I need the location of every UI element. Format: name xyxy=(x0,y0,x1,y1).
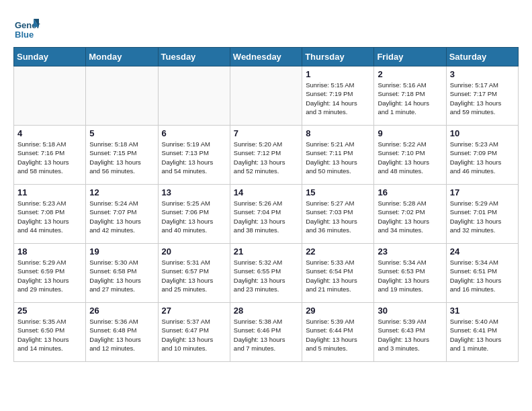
calendar-week-row: 11Sunrise: 5:23 AM Sunset: 7:08 PM Dayli… xyxy=(14,185,519,244)
calendar-day-cell: 22Sunrise: 5:33 AM Sunset: 6:54 PM Dayli… xyxy=(302,244,374,303)
calendar-week-row: 25Sunrise: 5:35 AM Sunset: 6:50 PM Dayli… xyxy=(14,303,519,362)
calendar-day-cell: 30Sunrise: 5:39 AM Sunset: 6:43 PM Dayli… xyxy=(374,303,446,362)
calendar-week-row: 1Sunrise: 5:15 AM Sunset: 7:19 PM Daylig… xyxy=(14,66,519,126)
day-number: 4 xyxy=(17,128,82,138)
weekday-header-cell: Thursday xyxy=(302,48,374,66)
day-number: 8 xyxy=(306,128,370,138)
day-number: 1 xyxy=(306,69,370,79)
day-info: Sunrise: 5:15 AM Sunset: 7:19 PM Dayligh… xyxy=(306,81,370,116)
calendar-day-cell: 14Sunrise: 5:26 AM Sunset: 7:04 PM Dayli… xyxy=(230,185,302,244)
day-number: 3 xyxy=(450,69,515,79)
day-number: 31 xyxy=(450,306,515,316)
day-info: Sunrise: 5:36 AM Sunset: 6:48 PM Dayligh… xyxy=(89,317,154,353)
day-info: Sunrise: 5:37 AM Sunset: 6:47 PM Dayligh… xyxy=(162,317,226,353)
calendar-day-cell: 20Sunrise: 5:31 AM Sunset: 6:57 PM Dayli… xyxy=(158,244,230,303)
day-number: 5 xyxy=(89,128,154,138)
calendar-table: SundayMondayTuesdayWednesdayThursdayFrid… xyxy=(13,47,519,362)
day-number: 19 xyxy=(89,246,154,257)
calendar-day-cell: 26Sunrise: 5:36 AM Sunset: 6:48 PM Dayli… xyxy=(86,303,158,362)
calendar-day-cell: 31Sunrise: 5:40 AM Sunset: 6:41 PM Dayli… xyxy=(446,303,518,362)
calendar-day-cell: 19Sunrise: 5:30 AM Sunset: 6:58 PM Dayli… xyxy=(86,244,158,303)
logo: General Blue xyxy=(13,13,40,40)
day-info: Sunrise: 5:29 AM Sunset: 6:59 PM Dayligh… xyxy=(17,258,82,293)
calendar-day-cell: 21Sunrise: 5:32 AM Sunset: 6:55 PM Dayli… xyxy=(230,244,302,303)
calendar-day-cell: 25Sunrise: 5:35 AM Sunset: 6:50 PM Dayli… xyxy=(14,303,86,362)
day-number: 15 xyxy=(306,187,370,197)
calendar-week-row: 4Sunrise: 5:18 AM Sunset: 7:16 PM Daylig… xyxy=(14,126,519,185)
weekday-header-row: SundayMondayTuesdayWednesdayThursdayFrid… xyxy=(14,48,519,66)
day-number: 2 xyxy=(378,69,442,79)
calendar-day-cell: 28Sunrise: 5:38 AM Sunset: 6:46 PM Dayli… xyxy=(230,303,302,362)
calendar-day-cell xyxy=(86,66,158,126)
day-info: Sunrise: 5:39 AM Sunset: 6:43 PM Dayligh… xyxy=(378,317,442,353)
weekday-header-cell: Saturday xyxy=(446,48,518,66)
calendar-day-cell: 10Sunrise: 5:23 AM Sunset: 7:09 PM Dayli… xyxy=(446,126,518,185)
weekday-header-cell: Friday xyxy=(374,48,446,66)
day-number: 20 xyxy=(162,246,226,257)
weekday-header-cell: Tuesday xyxy=(158,48,230,66)
day-info: Sunrise: 5:40 AM Sunset: 6:41 PM Dayligh… xyxy=(450,317,515,353)
calendar-day-cell: 8Sunrise: 5:21 AM Sunset: 7:11 PM Daylig… xyxy=(302,126,374,185)
page-header: General Blue xyxy=(13,13,519,40)
calendar-day-cell: 1Sunrise: 5:15 AM Sunset: 7:19 PM Daylig… xyxy=(302,66,374,126)
calendar-day-cell xyxy=(158,66,230,126)
calendar-day-cell: 29Sunrise: 5:39 AM Sunset: 6:44 PM Dayli… xyxy=(302,303,374,362)
day-info: Sunrise: 5:38 AM Sunset: 6:46 PM Dayligh… xyxy=(234,317,298,353)
day-info: Sunrise: 5:39 AM Sunset: 6:44 PM Dayligh… xyxy=(306,317,370,353)
day-info: Sunrise: 5:18 AM Sunset: 7:16 PM Dayligh… xyxy=(17,140,82,175)
weekday-header-cell: Monday xyxy=(86,48,158,66)
day-number: 29 xyxy=(306,306,370,316)
day-number: 28 xyxy=(234,306,298,316)
calendar-day-cell: 3Sunrise: 5:17 AM Sunset: 7:17 PM Daylig… xyxy=(446,66,518,126)
day-info: Sunrise: 5:19 AM Sunset: 7:13 PM Dayligh… xyxy=(162,140,226,175)
day-info: Sunrise: 5:28 AM Sunset: 7:02 PM Dayligh… xyxy=(378,199,442,234)
day-info: Sunrise: 5:29 AM Sunset: 7:01 PM Dayligh… xyxy=(450,199,515,234)
day-info: Sunrise: 5:24 AM Sunset: 7:07 PM Dayligh… xyxy=(89,199,154,234)
calendar-day-cell: 2Sunrise: 5:16 AM Sunset: 7:18 PM Daylig… xyxy=(374,66,446,126)
day-number: 22 xyxy=(306,246,370,257)
day-number: 13 xyxy=(162,187,226,197)
calendar-body: 1Sunrise: 5:15 AM Sunset: 7:19 PM Daylig… xyxy=(14,66,519,362)
day-info: Sunrise: 5:26 AM Sunset: 7:04 PM Dayligh… xyxy=(234,199,298,234)
svg-text:Blue: Blue xyxy=(15,30,34,40)
calendar-day-cell: 12Sunrise: 5:24 AM Sunset: 7:07 PM Dayli… xyxy=(86,185,158,244)
day-number: 26 xyxy=(89,306,154,316)
calendar-day-cell: 11Sunrise: 5:23 AM Sunset: 7:08 PM Dayli… xyxy=(14,185,86,244)
weekday-header-cell: Sunday xyxy=(14,48,86,66)
day-number: 21 xyxy=(234,246,298,257)
day-number: 14 xyxy=(234,187,298,197)
day-number: 12 xyxy=(89,187,154,197)
day-info: Sunrise: 5:31 AM Sunset: 6:57 PM Dayligh… xyxy=(162,258,226,293)
calendar-day-cell xyxy=(14,66,86,126)
calendar-day-cell: 16Sunrise: 5:28 AM Sunset: 7:02 PM Dayli… xyxy=(374,185,446,244)
day-number: 17 xyxy=(450,187,515,197)
calendar-day-cell: 9Sunrise: 5:22 AM Sunset: 7:10 PM Daylig… xyxy=(374,126,446,185)
day-number: 27 xyxy=(162,306,226,316)
day-number: 25 xyxy=(17,306,82,316)
day-info: Sunrise: 5:17 AM Sunset: 7:17 PM Dayligh… xyxy=(450,81,515,116)
day-info: Sunrise: 5:20 AM Sunset: 7:12 PM Dayligh… xyxy=(234,140,298,175)
day-number: 9 xyxy=(378,128,442,138)
day-info: Sunrise: 5:25 AM Sunset: 7:06 PM Dayligh… xyxy=(162,199,226,234)
calendar-day-cell: 13Sunrise: 5:25 AM Sunset: 7:06 PM Dayli… xyxy=(158,185,230,244)
day-number: 10 xyxy=(450,128,515,138)
logo-icon: General Blue xyxy=(13,13,40,40)
calendar-day-cell: 7Sunrise: 5:20 AM Sunset: 7:12 PM Daylig… xyxy=(230,126,302,185)
calendar-day-cell xyxy=(230,66,302,126)
calendar-day-cell: 24Sunrise: 5:34 AM Sunset: 6:51 PM Dayli… xyxy=(446,244,518,303)
calendar-day-cell: 27Sunrise: 5:37 AM Sunset: 6:47 PM Dayli… xyxy=(158,303,230,362)
day-info: Sunrise: 5:16 AM Sunset: 7:18 PM Dayligh… xyxy=(378,81,442,116)
calendar-day-cell: 17Sunrise: 5:29 AM Sunset: 7:01 PM Dayli… xyxy=(446,185,518,244)
day-number: 7 xyxy=(234,128,298,138)
calendar-day-cell: 23Sunrise: 5:34 AM Sunset: 6:53 PM Dayli… xyxy=(374,244,446,303)
day-info: Sunrise: 5:35 AM Sunset: 6:50 PM Dayligh… xyxy=(17,317,82,353)
day-info: Sunrise: 5:33 AM Sunset: 6:54 PM Dayligh… xyxy=(306,258,370,293)
calendar-day-cell: 5Sunrise: 5:18 AM Sunset: 7:15 PM Daylig… xyxy=(86,126,158,185)
day-info: Sunrise: 5:23 AM Sunset: 7:09 PM Dayligh… xyxy=(450,140,515,175)
day-info: Sunrise: 5:21 AM Sunset: 7:11 PM Dayligh… xyxy=(306,140,370,175)
day-info: Sunrise: 5:34 AM Sunset: 6:53 PM Dayligh… xyxy=(378,258,442,293)
day-number: 30 xyxy=(378,306,442,316)
day-info: Sunrise: 5:30 AM Sunset: 6:58 PM Dayligh… xyxy=(89,258,154,293)
calendar-day-cell: 4Sunrise: 5:18 AM Sunset: 7:16 PM Daylig… xyxy=(14,126,86,185)
calendar-day-cell: 18Sunrise: 5:29 AM Sunset: 6:59 PM Dayli… xyxy=(14,244,86,303)
